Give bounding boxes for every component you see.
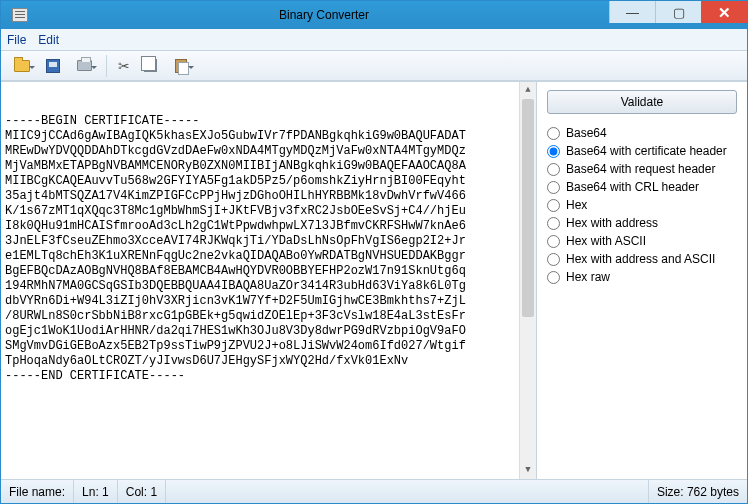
menu-bar: File Edit: [1, 29, 747, 51]
editor-line[interactable]: I8k0QHu91mHCAISfmrooAd3cLh2gC1WtPpwdwhpw…: [5, 219, 516, 234]
minimize-button[interactable]: —: [609, 1, 655, 23]
format-radio[interactable]: [547, 163, 560, 176]
editor-line[interactable]: TpHoqaNdy6aOLtCROZT/yJIvwsD6U7JEHgySFjxW…: [5, 354, 516, 369]
editor-line[interactable]: dbVYRn6Di+W94L3iZIj0hV3XRjicn3vK1W7Yf+D2…: [5, 294, 516, 309]
vertical-scrollbar[interactable]: ▲ ▼: [519, 82, 536, 479]
status-bar: File name: Ln: 1 Col: 1 Size: 762 bytes: [1, 479, 747, 503]
format-radio[interactable]: [547, 217, 560, 230]
toolbar-separator: [106, 55, 107, 77]
editor-line[interactable]: 194RMhN7MA0GCSqGSIb3DQEBBQUAA4IBAQA8UaZO…: [5, 279, 516, 294]
editor-line[interactable]: 35ajt4bMTSQZA17V4KimZPIGFCcPPjHwjzDGhoOH…: [5, 189, 516, 204]
editor-pane: -----BEGIN CERTIFICATE-----MIIC9jCCAd6gA…: [1, 82, 537, 479]
paste-button[interactable]: [164, 54, 198, 78]
format-option[interactable]: Base64: [547, 124, 737, 142]
scissors-icon: ✂: [118, 58, 130, 74]
format-radio[interactable]: [547, 127, 560, 140]
format-radio[interactable]: [547, 235, 560, 248]
format-label: Base64 with certificate header: [566, 144, 727, 158]
side-panel: Validate Base64Base64 with certificate h…: [537, 82, 747, 479]
content-area: -----BEGIN CERTIFICATE-----MIIC9jCCAd6gA…: [1, 81, 747, 479]
format-radio[interactable]: [547, 145, 560, 158]
format-option[interactable]: Hex: [547, 196, 737, 214]
clipboard-icon: [175, 59, 187, 73]
scroll-up-arrow[interactable]: ▲: [520, 82, 536, 99]
editor-line[interactable]: MREwDwYDVQQDDAhDTkcgdGVzdDAeFw0xNDA4MTgy…: [5, 144, 516, 159]
format-option[interactable]: Hex raw: [547, 268, 737, 286]
editor-line[interactable]: /8URWLn8S0crSbbNiB8rxcG1pGBEk+g5qwidZOEl…: [5, 309, 516, 324]
printer-icon: [77, 60, 92, 71]
save-icon: [46, 59, 60, 73]
format-label: Base64 with request header: [566, 162, 715, 176]
status-spacer: [166, 480, 649, 503]
format-option[interactable]: Hex with address: [547, 214, 737, 232]
format-option[interactable]: Base64 with CRL header: [547, 178, 737, 196]
status-filename: File name:: [1, 480, 74, 503]
editor-line[interactable]: BgEFBQcDAzAOBgNVHQ8BAf8EBAMCB4AwHQYDVR0O…: [5, 264, 516, 279]
editor-line[interactable]: ogEjc1WoK1UodiArHHNR/da2qi7HES1wKh3OJu8V…: [5, 324, 516, 339]
scroll-down-arrow[interactable]: ▼: [520, 462, 536, 479]
copy-button[interactable]: [138, 54, 162, 78]
open-button[interactable]: [5, 54, 39, 78]
copy-icon: [144, 59, 157, 72]
print-button[interactable]: [67, 54, 101, 78]
format-radio[interactable]: [547, 271, 560, 284]
save-button[interactable]: [41, 54, 65, 78]
format-radio[interactable]: [547, 253, 560, 266]
text-editor[interactable]: -----BEGIN CERTIFICATE-----MIIC9jCCAd6gA…: [1, 82, 536, 479]
format-label: Hex with address and ASCII: [566, 252, 715, 266]
editor-line[interactable]: SMgVmvDGiGEBoAzx5EB2Tp9ssTiwP9jZPVU2J+o8…: [5, 339, 516, 354]
format-label: Hex raw: [566, 270, 610, 284]
status-line: Ln: 1: [74, 480, 118, 503]
editor-line[interactable]: -----END CERTIFICATE-----: [5, 369, 516, 384]
format-option[interactable]: Hex with address and ASCII: [547, 250, 737, 268]
maximize-button[interactable]: ▢: [655, 1, 701, 23]
format-label: Base64: [566, 126, 607, 140]
editor-line[interactable]: MjVaMBMxETAPBgNVBAMMCENORyB0ZXN0MIIBIjAN…: [5, 159, 516, 174]
cut-button[interactable]: ✂: [112, 54, 136, 78]
format-radio[interactable]: [547, 199, 560, 212]
editor-line[interactable]: 3JnELF3fCseuZEhmo3XcceAVI74RJKWqkjTi/YDa…: [5, 234, 516, 249]
window-title: Binary Converter: [39, 8, 609, 22]
format-label: Base64 with CRL header: [566, 180, 699, 194]
format-option[interactable]: Base64 with request header: [547, 160, 737, 178]
format-option[interactable]: Base64 with certificate header: [547, 142, 737, 160]
editor-line[interactable]: K/1s67zMT1qXQqc3T8Mc1gMbWhmSjI+JKtFVBjv3…: [5, 204, 516, 219]
app-window: Binary Converter — ▢ ✕ File Edit ✂ -----…: [0, 0, 748, 504]
status-size: Size: 762 bytes: [649, 485, 747, 499]
editor-line[interactable]: -----BEGIN CERTIFICATE-----: [5, 114, 516, 129]
menu-edit[interactable]: Edit: [38, 33, 59, 47]
toolbar: ✂: [1, 51, 747, 81]
editor-line[interactable]: MIIC9jCCAd6gAwIBAgIQK5khasEXJo5GubwIVr7f…: [5, 129, 516, 144]
editor-line[interactable]: e1EMLTq8chEh3K1uXRENnFqgUc2ne2vkaQIDAQAB…: [5, 249, 516, 264]
status-column: Col: 1: [118, 480, 166, 503]
title-bar[interactable]: Binary Converter — ▢ ✕: [1, 1, 747, 29]
validate-button[interactable]: Validate: [547, 90, 737, 114]
scroll-thumb[interactable]: [522, 99, 534, 317]
menu-file[interactable]: File: [7, 33, 26, 47]
format-label: Hex with address: [566, 216, 658, 230]
format-option[interactable]: Hex with ASCII: [547, 232, 737, 250]
folder-open-icon: [14, 60, 30, 72]
scroll-track[interactable]: [520, 99, 536, 462]
format-label: Hex: [566, 198, 587, 212]
format-options: Base64Base64 with certificate headerBase…: [547, 124, 737, 286]
window-controls: — ▢ ✕: [609, 1, 747, 29]
format-label: Hex with ASCII: [566, 234, 646, 248]
editor-line[interactable]: MIIBCgKCAQEAuvvTu568w2GFYIYA5Fg1akD5Pz5/…: [5, 174, 516, 189]
close-button[interactable]: ✕: [701, 1, 747, 23]
format-radio[interactable]: [547, 181, 560, 194]
app-icon: [1, 8, 39, 22]
